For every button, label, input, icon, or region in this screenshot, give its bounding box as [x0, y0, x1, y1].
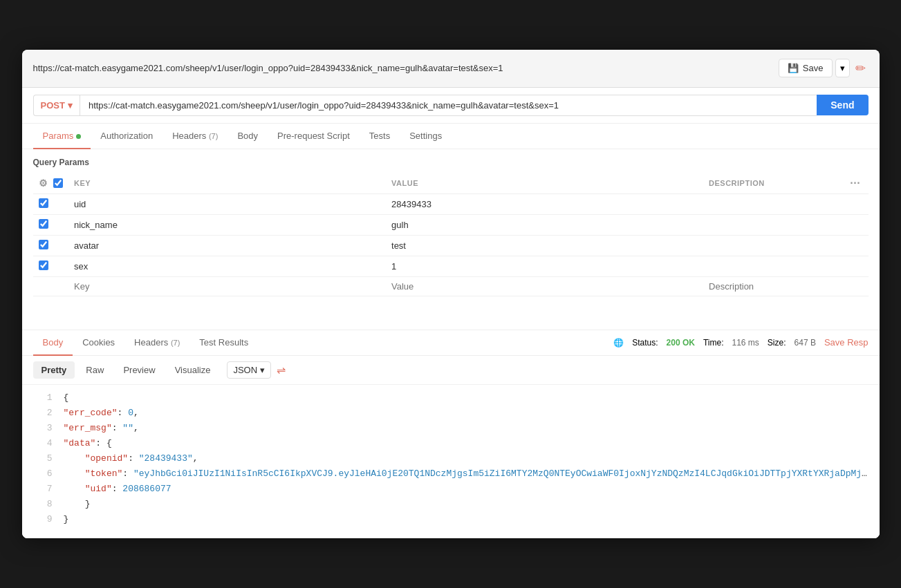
new-value-input[interactable] [391, 281, 698, 292]
response-tab-cookies[interactable]: Cookies [73, 330, 124, 356]
param-key-2: avatar [68, 235, 386, 256]
save-icon: 💾 [788, 63, 799, 73]
code-line-7: 7 "uid": 208686077 [33, 482, 869, 497]
send-button[interactable]: Send [817, 95, 868, 115]
row-checkbox-0[interactable] [39, 198, 48, 208]
main-window: https://cat-match.easygame2021.com/sheep… [22, 50, 880, 539]
code-line-8: 8 } [33, 497, 869, 512]
params-section: Query Params ⚙ KEY VALUE DESCRIPTION ··· [22, 149, 880, 296]
param-value-1: gulh [386, 214, 703, 235]
row-checkbox-3[interactable] [39, 260, 48, 270]
param-key-3: sex [68, 256, 386, 276]
select-all-checkbox[interactable] [53, 178, 63, 188]
response-tabs-bar: Body Cookies Headers (7) Test Results 🌐 … [22, 330, 880, 356]
size-label: Size: [768, 338, 786, 348]
tab-authorization[interactable]: Authorization [91, 124, 162, 149]
url-input[interactable] [80, 95, 817, 116]
table-row: avatar test [33, 235, 869, 256]
edit-icon: ✏ [855, 61, 866, 75]
title-url: https://cat-match.easygame2021.com/sheep… [33, 63, 503, 73]
tab-pre-request[interactable]: Pre-request Script [268, 124, 360, 149]
title-bar: https://cat-match.easygame2021.com/sheep… [22, 50, 880, 88]
code-line-4: 4 "data": { [33, 436, 869, 451]
param-desc-0 [703, 193, 844, 214]
param-key-0: uid [68, 193, 386, 214]
params-dot [76, 134, 81, 139]
spacer [22, 296, 880, 324]
save-response-button[interactable]: Save Resp [824, 337, 869, 348]
row-checkbox-1[interactable] [39, 219, 48, 229]
method-label: POST [41, 100, 65, 111]
description-header: DESCRIPTION [703, 173, 844, 194]
chevron-down-icon: ▾ [840, 63, 845, 73]
json-chevron-icon: ▾ [260, 365, 265, 375]
response-code-block: 1 { 2 "err_code": 0, 3 "err_msg": "", 4 … [22, 385, 880, 539]
code-line-9: 9 } [33, 512, 869, 527]
format-preview-button[interactable]: Preview [115, 361, 163, 379]
response-tabs: Body Cookies Headers (7) Test Results [33, 330, 259, 355]
table-row: uid 28439433 [33, 193, 869, 214]
status-value: 200 OK [667, 338, 695, 348]
tab-headers[interactable]: Headers (7) [162, 124, 227, 149]
globe-icon: 🌐 [613, 338, 624, 348]
code-line-1: 1 { [33, 390, 869, 406]
save-button[interactable]: 💾 Save [779, 59, 833, 77]
params-table: ⚙ KEY VALUE DESCRIPTION ··· uid 28439433 [33, 173, 869, 296]
method-dropdown[interactable]: POST ▾ [33, 95, 80, 116]
filter-icon[interactable]: ⚙ [39, 178, 48, 189]
tab-params[interactable]: Params [33, 124, 91, 149]
method-chevron-icon: ▾ [68, 100, 73, 111]
param-key-1: nick_name [68, 214, 386, 235]
code-line-3: 3 "err_msg": "", [33, 421, 869, 436]
format-raw-button[interactable]: Raw [77, 361, 112, 379]
new-param-row [33, 276, 869, 296]
response-tab-headers[interactable]: Headers (7) [124, 330, 189, 356]
param-value-3: 1 [386, 256, 703, 276]
wrap-icon[interactable]: ⇌ [277, 363, 286, 377]
table-options-icon[interactable]: ··· [850, 177, 860, 189]
param-desc-1 [703, 214, 844, 235]
response-tab-test-results[interactable]: Test Results [189, 330, 258, 356]
size-value: 647 B [795, 338, 816, 348]
status-label: Status: [632, 338, 658, 348]
response-toolbar: Pretty Raw Preview Visualize JSON ▾ ⇌ [22, 356, 880, 385]
new-key-input[interactable] [74, 281, 380, 292]
response-section: Body Cookies Headers (7) Test Results 🌐 … [22, 330, 880, 539]
param-desc-3 [703, 256, 844, 276]
save-chevron-button[interactable]: ▾ [835, 59, 850, 77]
title-actions: 💾 Save ▾ ✏ [779, 58, 869, 79]
param-value-2: test [386, 235, 703, 256]
tab-settings[interactable]: Settings [400, 124, 452, 149]
code-line-5: 5 "openid": "28439433", [33, 451, 869, 466]
param-desc-2 [703, 235, 844, 256]
code-line-2: 2 "err_code": 0, [33, 406, 869, 421]
time-label: Time: [703, 338, 724, 348]
table-row: nick_name gulh [33, 214, 869, 235]
time-value: 116 ms [732, 338, 759, 348]
param-value-0: 28439433 [386, 193, 703, 214]
request-tabs: Params Authorization Headers (7) Body Pr… [22, 124, 880, 149]
row-checkbox-2[interactable] [39, 240, 48, 249]
tab-body[interactable]: Body [227, 124, 268, 149]
table-row: sex 1 [33, 256, 869, 276]
key-header: KEY [68, 173, 386, 194]
code-line-6: 6 "token": "eyJhbGci0iJIUzI1NiIsInR5cCI6… [33, 466, 869, 482]
format-pretty-button[interactable]: Pretty [33, 361, 75, 379]
json-format-selector[interactable]: JSON ▾ [227, 361, 271, 379]
response-tab-body[interactable]: Body [33, 330, 73, 356]
query-params-title: Query Params [33, 158, 869, 167]
response-meta: 🌐 Status: 200 OK Time: 116 ms Size: 647 … [613, 337, 868, 348]
new-desc-input[interactable] [709, 281, 839, 292]
tab-tests[interactable]: Tests [360, 124, 400, 149]
value-header: VALUE [386, 173, 703, 194]
json-label: JSON [233, 365, 257, 375]
request-bar: POST ▾ Send [22, 88, 880, 124]
edit-button[interactable]: ✏ [853, 58, 869, 79]
format-visualize-button[interactable]: Visualize [167, 361, 219, 379]
